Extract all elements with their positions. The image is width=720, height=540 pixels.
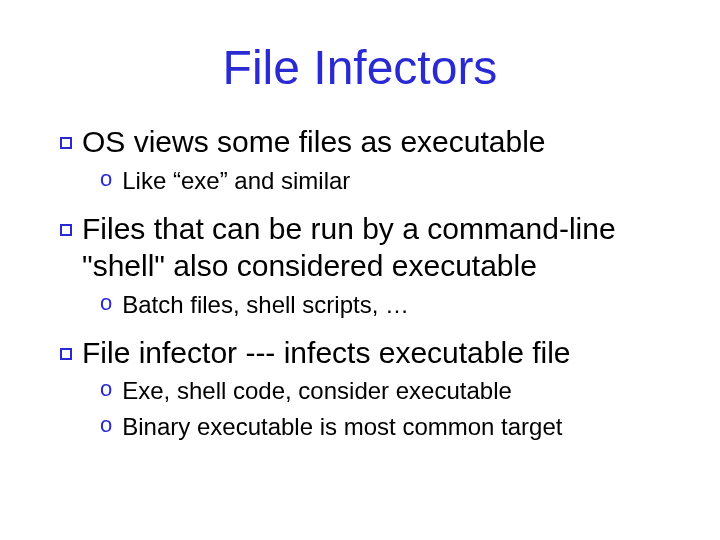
bullet-level2: o Batch files, shell scripts, … xyxy=(100,289,670,320)
bullet-level1: OS views some files as executable xyxy=(60,123,670,161)
sublist: o Batch files, shell scripts, … xyxy=(100,289,670,320)
square-bullet-icon xyxy=(60,348,72,360)
square-bullet-icon xyxy=(60,224,72,236)
bullet-text: OS views some files as executable xyxy=(82,123,546,161)
sublist: o Like “exe” and similar xyxy=(100,165,670,196)
bullet-level1: File infector --- infects executable fil… xyxy=(60,334,670,372)
bullet-level1: Files that can be run by a command-line … xyxy=(60,210,670,285)
bullet-level2: o Exe, shell code, consider executable xyxy=(100,375,670,406)
slide-title: File Infectors xyxy=(50,40,670,95)
square-bullet-icon xyxy=(60,137,72,149)
bullet-level2: o Binary executable is most common targe… xyxy=(100,411,670,442)
bullet-text: Like “exe” and similar xyxy=(122,165,350,196)
bullet-text: Binary executable is most common target xyxy=(122,411,562,442)
slide-content: OS views some files as executable o Like… xyxy=(50,123,670,442)
circle-bullet-icon: o xyxy=(100,289,112,318)
sublist: o Exe, shell code, consider executable o… xyxy=(100,375,670,441)
bullet-text: File infector --- infects executable fil… xyxy=(82,334,571,372)
circle-bullet-icon: o xyxy=(100,411,112,440)
circle-bullet-icon: o xyxy=(100,165,112,194)
bullet-text: Files that can be run by a command-line … xyxy=(82,210,670,285)
bullet-text: Exe, shell code, consider executable xyxy=(122,375,512,406)
bullet-level2: o Like “exe” and similar xyxy=(100,165,670,196)
bullet-text: Batch files, shell scripts, … xyxy=(122,289,409,320)
slide: File Infectors OS views some files as ex… xyxy=(0,0,720,540)
circle-bullet-icon: o xyxy=(100,375,112,404)
